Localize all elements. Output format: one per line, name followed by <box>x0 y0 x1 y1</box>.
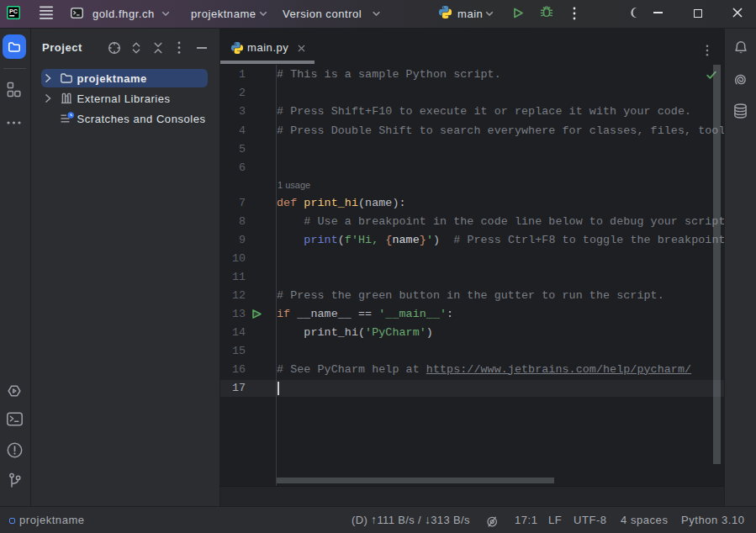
svg-text:PC: PC <box>9 8 18 15</box>
